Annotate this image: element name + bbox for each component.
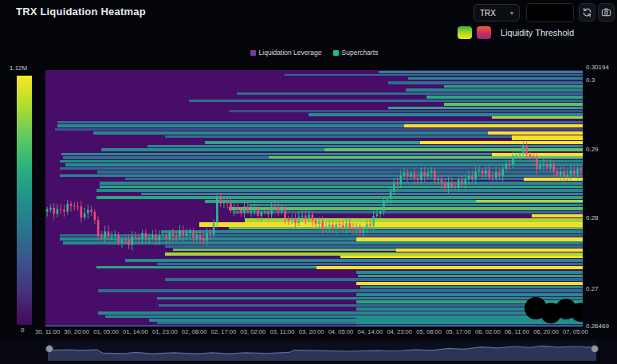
threshold-swatch-magma[interactable] — [477, 26, 491, 39]
page-title: TRX Liquidation Heatmap — [16, 6, 146, 18]
chevron-down-icon: ▾ — [510, 10, 513, 17]
time-axis-label: 01, 23:00 — [152, 328, 178, 335]
time-axis-label: 04, 14:00 — [358, 328, 383, 335]
time-axis-label: 01, 14:00 — [123, 328, 148, 335]
refresh-button[interactable] — [579, 3, 595, 22]
legend-item-liquidation-leverage[interactable]: Liquidation Leverage — [250, 49, 322, 57]
time-axis-label: 03, 20:00 — [299, 328, 324, 335]
price-axis-label: 0.26469 — [586, 323, 609, 330]
price-axis-label: 0.3 — [586, 76, 595, 84]
time-axis-label: 05, 08:00 — [416, 328, 442, 335]
time-axis-label: 06, 11:00 — [505, 328, 529, 335]
time-axis-label: 02, 08:00 — [182, 328, 207, 335]
price-axis: 0.301940.30.290.280.270.26469 — [586, 67, 617, 331]
time-axis-label: 01, 05:00 — [93, 328, 119, 335]
legend-item-supercharts[interactable]: Supercharts — [333, 49, 379, 57]
period-field[interactable] — [526, 3, 574, 22]
threshold-legend-label: Liquidity Threshold — [501, 28, 574, 37]
legend-label: Supercharts — [342, 49, 379, 57]
price-axis-label: 0.27 — [586, 285, 599, 292]
navigator-left-handle[interactable] — [45, 345, 53, 353]
price-axis-label: 0.28 — [586, 214, 599, 221]
legend-swatch-purple — [250, 50, 256, 56]
symbol-select[interactable]: TRX ▾ — [474, 4, 520, 22]
time-axis-label: 07, 05:00 — [563, 328, 588, 335]
navigator-right-handle[interactable] — [591, 345, 599, 353]
screenshot-button[interactable] — [598, 3, 615, 22]
chart-legend: Liquidation Leverage Supercharts — [45, 49, 583, 57]
colorbar-min-label: 0 — [21, 327, 24, 334]
liquidation-heatmap[interactable] — [45, 70, 583, 327]
time-axis-label: 05, 17:00 — [446, 328, 471, 335]
time-axis-label: 30, 11:00 — [35, 328, 60, 335]
price-axis-label: 0.30194 — [586, 64, 609, 71]
threshold-swatch-viridis[interactable] — [458, 26, 472, 39]
time-axis-label: 04, 23:00 — [387, 328, 412, 335]
time-axis-label: 06, 02:00 — [475, 328, 501, 335]
time-axis-label: 03, 02:00 — [241, 328, 266, 335]
colorbar — [17, 76, 32, 325]
time-axis-label: 02, 17:00 — [211, 328, 237, 335]
time-axis-label: 06, 20:00 — [533, 328, 559, 335]
navigator[interactable] — [48, 342, 596, 361]
time-axis-label: 30, 20:00 — [64, 328, 89, 335]
threshold-legend: Liquidity Threshold — [458, 26, 574, 39]
colorbar-max-label: 1.12M — [10, 65, 27, 72]
price-axis-label: 0.29 — [586, 146, 599, 153]
time-axis-label: 04, 05:00 — [328, 328, 354, 335]
time-axis: 30, 11:0030, 20:0001, 05:0001, 14:0001, … — [35, 328, 588, 335]
legend-swatch-teal — [333, 50, 339, 56]
legend-label: Liquidation Leverage — [259, 49, 322, 57]
symbol-select-value: TRX — [480, 9, 496, 18]
camera-icon — [601, 7, 611, 18]
time-axis-label: 03, 11:00 — [269, 328, 294, 335]
refresh-icon — [582, 7, 592, 18]
